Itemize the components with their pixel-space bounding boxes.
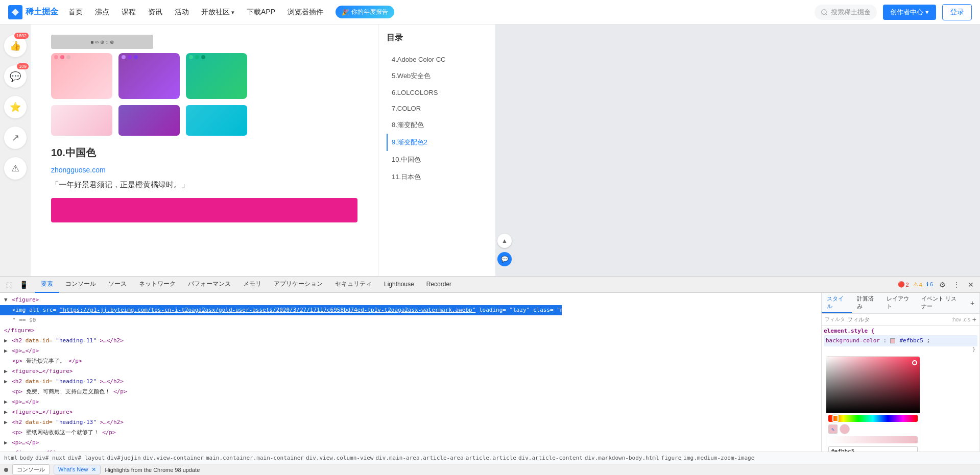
devtools-close-button[interactable]: ✕ [966,280,976,290]
inspect-element-button[interactable]: ⬚ [4,280,14,290]
tab-memory[interactable]: メモリ [237,277,268,293]
tab-sources[interactable]: ソース [102,277,133,293]
dom-line[interactable]: ▶ <h2 data-id= "heading-13" >…</h2> [0,417,821,428]
toc-item-7[interactable]: 11.日本色 [387,168,487,186]
dom-line[interactable]: ▶ <p>…</p> [0,397,821,407]
breadcrumb-view-container[interactable]: div.view-container [143,455,204,461]
creator-center-button[interactable]: 创作者中心 ▾ [883,5,936,20]
nav-link-download[interactable]: 下载APP [247,8,275,17]
dom-line[interactable]: ▶ <figure>…</figure> [0,407,821,417]
breadcrumb-main-container[interactable]: main.container.main-container [206,455,304,461]
dom-line[interactable]: ▼ <figure> [0,295,821,305]
breadcrumb-juejin[interactable]: div#juejin [107,455,140,461]
devtools-settings-button[interactable]: ⚙ [937,280,947,290]
breadcrumb-body[interactable]: body [20,455,34,461]
hue-cursor[interactable] [832,415,839,422]
breadcrumb-html[interactable]: html [4,455,18,461]
chat-button[interactable]: 💬 [497,252,512,266]
article-external-link[interactable]: zhongguose.com [51,166,357,174]
tab-styles[interactable]: スタイル [822,293,852,313]
tab-network[interactable]: ネットワーク [133,277,182,293]
dom-line-selected[interactable]: <img alt src= "https://p1-jj.byteimg.com… [0,305,562,315]
nav-search[interactable]: 搜索稀土掘金 [815,5,877,20]
breadcrumb-figure[interactable]: figure [661,455,682,461]
breadcrumb-nuxt[interactable]: div#_nuxt [35,455,66,461]
share-button[interactable]: ↗ [4,127,27,149]
nav-logo[interactable]: 稀土掘金 [8,5,58,19]
dom-line[interactable]: ▶ <h2 data-id= "heading-12" >…</h2> [0,377,821,387]
dom-line[interactable]: <p> 帯流烦完事了。 </p> [0,356,821,366]
color-picker-hue[interactable] [828,415,918,422]
toc-title: 目录 [387,33,487,43]
nav-link-open-community[interactable]: 开放社区 [201,8,234,17]
tab-event-listeners[interactable]: イベント リスナー [916,293,967,313]
color-picker-cursor[interactable] [912,360,917,365]
toc-item-3[interactable]: 7.COLOR [387,101,487,116]
nav-logo-text: 稀土掘金 [26,7,58,17]
breadcrumb-article-content[interactable]: div.article-content [518,455,583,461]
tab-application[interactable]: アプリケーション [268,277,329,293]
nav-link-extension[interactable]: 浏览器插件 [288,8,323,17]
dom-line[interactable]: " == $0 [0,315,821,326]
color-picker-gradient[interactable] [826,357,920,413]
whats-new-tab[interactable]: What's New ✕ [54,465,101,474]
nav-link-courses[interactable]: 课程 [122,8,136,17]
nav-year-report[interactable]: 🎉 你的年度报告 [336,6,394,18]
scroll-up-button[interactable]: ▲ [497,234,512,248]
color-swatch-inline[interactable] [890,338,895,343]
breadcrumb-article-area[interactable]: div.main-area.article-area [375,455,463,461]
tab-elements[interactable]: 要素 [35,277,59,293]
nav-link-news[interactable]: 资讯 [148,8,162,17]
tab-security[interactable]: セキュリティ [329,277,378,293]
tab-console[interactable]: コンソール [59,277,102,293]
device-toolbar-button[interactable]: 📱 [18,280,29,290]
collect-button[interactable]: ⭐ [4,96,27,118]
toc-item-0[interactable]: 4.Adobe Color CC [387,52,487,67]
breadcrumb-layout[interactable]: div#_layout [68,455,105,461]
toc-item-4[interactable]: 8.渐变配色 [387,116,487,134]
breadcrumb-markdown-body[interactable]: div.markdown-body.html [585,455,659,461]
nav-link-trending[interactable]: 沸点 [95,8,109,17]
close-whats-new[interactable]: ✕ [91,466,96,472]
color-edit-icon[interactable]: ✎ [828,424,838,434]
dom-line[interactable]: <p> 壁纸网站收截这一个就够了！ </p> [0,428,821,438]
filter-input[interactable] [847,316,949,322]
toc-item-2[interactable]: 6.LOLCOLORS [387,85,487,101]
comment-count: 109 [17,63,29,69]
toc-item-1[interactable]: 5.Web安全色 [387,67,487,85]
dom-line[interactable]: ▶ <p>…</p> [0,438,821,448]
report-button[interactable]: ⚠ [4,157,27,180]
comment-button[interactable]: 💬 109 [4,65,27,88]
tab-layout[interactable]: レイアウト [881,293,916,313]
article-section-title: 10.中国色 [51,146,357,160]
style-prop-bgcolor[interactable]: background-color : #efbbc5 ; [824,335,977,346]
breadcrumb-img[interactable]: img.medium-zoom-image [683,455,754,461]
tab-performance[interactable]: パフォーマンス [182,277,237,293]
dom-img-url[interactable]: "https://p1-jj.byteimg.com/tos-cn-i-t2oa… [60,307,476,313]
add-rule-button[interactable]: + [967,298,977,308]
dom-line[interactable]: ▶ <figure>…</figure> [0,366,821,377]
styles-panel-tabs: スタイル 計算済み レイアウト イベント リスナー + [822,293,979,314]
dom-line[interactable]: <p> 免费、可商用、支持自定义颜色！ </p> [0,387,821,397]
nav-link-events[interactable]: 活动 [175,8,189,17]
dom-line[interactable]: ▶ <figure>…</figure> [0,448,821,452]
color-hex-input[interactable] [828,446,918,452]
devtools-more-button[interactable]: ⋮ [951,280,962,290]
breadcrumb-column-view[interactable]: div.view.column-view [306,455,373,461]
toc-item-6[interactable]: 10.中国色 [387,151,487,168]
color-picker-alpha[interactable] [828,436,918,443]
dom-line[interactable]: </figure> [0,326,821,336]
like-button[interactable]: 👍 1692 [4,35,27,57]
tab-recorder[interactable]: Recorder [420,277,458,293]
console-status-tab[interactable]: コンソール [12,464,50,475]
breadcrumb-article[interactable]: article.article [466,455,516,461]
add-style-button[interactable]: + [972,315,976,323]
dom-line[interactable]: ▶ <p>…</p> [0,346,821,356]
toc-item-5[interactable]: 9.渐变配色2 [387,134,487,151]
nav-link-home[interactable]: 首页 [68,8,83,17]
dom-line[interactable]: ▶ <h2 data-id= "heading-11" >…</h2> [0,336,821,346]
tab-lighthouse[interactable]: Lighthouse [378,277,420,293]
swatch-small-2 [118,105,180,136]
tab-computed[interactable]: 計算済み [852,293,882,313]
login-button[interactable]: 登录 [942,4,972,20]
